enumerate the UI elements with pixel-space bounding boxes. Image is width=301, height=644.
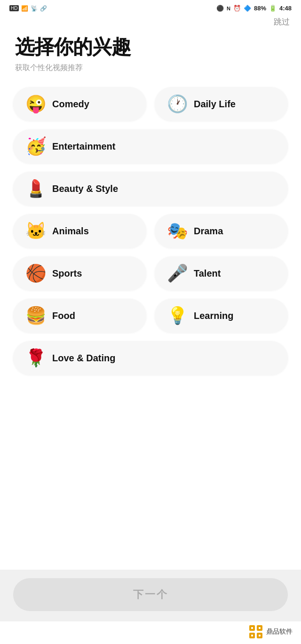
footer-brand: 鼎品软件 [0, 621, 301, 644]
category-comedy[interactable]: 😜 Comedy [13, 87, 146, 121]
animals-icon: 🐱 [25, 223, 47, 239]
talent-label: Talent [194, 268, 221, 279]
battery-percent: 88% [254, 5, 266, 12]
category-row-4: 🐱 Animals 🎭 Drama [13, 214, 288, 248]
drama-label: Drama [194, 226, 223, 237]
daily-life-icon: 🕐 [167, 95, 188, 112]
sports-label: Sports [52, 268, 82, 279]
category-entertainment[interactable]: 🥳 Entertainment [13, 129, 288, 163]
dot-icon: ⚫ [216, 5, 224, 12]
category-row-2: 🥳 Entertainment [13, 129, 288, 163]
categories-container: 😜 Comedy 🕐 Daily Life 🥳 Entertainment 💄 … [0, 76, 301, 570]
category-drama[interactable]: 🎭 Drama [155, 214, 288, 248]
category-sports[interactable]: 🏀 Sports [13, 256, 146, 290]
category-row-1: 😜 Comedy 🕐 Daily Life [13, 87, 288, 121]
svg-rect-6 [251, 635, 253, 636]
category-food[interactable]: 🍔 Food [13, 299, 146, 333]
header: 选择你的兴趣 获取个性化视频推荐 [0, 31, 301, 76]
status-left: HD 📶 📡 🔗 [9, 5, 47, 12]
category-row-6: 🍔 Food 💡 Learning [13, 299, 288, 333]
category-love-dating[interactable]: 🌹 Love & Dating [13, 341, 288, 375]
category-row-7: 🌹 Love & Dating [13, 341, 288, 375]
category-animals[interactable]: 🐱 Animals [13, 214, 146, 248]
category-daily-life[interactable]: 🕐 Daily Life [155, 87, 288, 121]
nfc-icon: N [227, 6, 230, 11]
wifi-icon: 📡 [31, 5, 38, 12]
food-label: Food [52, 310, 75, 321]
category-row-3: 💄 Beauty & Style [13, 172, 288, 206]
comedy-label: Comedy [52, 99, 89, 110]
category-row-5: 🏀 Sports 🎤 Talent [13, 256, 288, 290]
comedy-icon: 😜 [25, 95, 47, 112]
learning-label: Learning [194, 310, 233, 321]
skip-button[interactable]: 跳过 [274, 16, 290, 27]
brand-logo-icon [248, 624, 263, 639]
hd-badge: HD [9, 5, 19, 11]
category-beauty-style[interactable]: 💄 Beauty & Style [13, 172, 288, 206]
status-bar: HD 📶 📡 🔗 ⚫ N ⏰ 🔷 88% 🔋 4:48 [0, 0, 301, 15]
svg-rect-5 [259, 627, 261, 629]
skip-row: 跳过 [0, 15, 301, 31]
svg-rect-7 [259, 635, 261, 636]
bottom-bar: 下一个 [0, 570, 301, 621]
page-subtitle: 获取个性化视频推荐 [15, 63, 286, 73]
learning-icon: 💡 [167, 307, 188, 324]
entertainment-icon: 🥳 [25, 138, 47, 155]
love-dating-icon: 🌹 [25, 350, 47, 366]
animals-label: Animals [52, 226, 89, 237]
time: 4:48 [279, 5, 292, 12]
drama-icon: 🎭 [167, 223, 188, 239]
sports-icon: 🏀 [25, 265, 47, 282]
category-learning[interactable]: 💡 Learning [155, 299, 288, 333]
status-right: ⚫ N ⏰ 🔷 88% 🔋 4:48 [216, 5, 292, 12]
talent-icon: 🎤 [167, 265, 188, 282]
link-icon: 🔗 [40, 5, 47, 12]
beauty-style-icon: 💄 [25, 180, 47, 197]
next-button[interactable]: 下一个 [13, 578, 288, 611]
daily-life-label: Daily Life [194, 99, 236, 110]
page-title: 选择你的兴趣 [15, 36, 286, 58]
brand-name: 鼎品软件 [266, 628, 293, 636]
beauty-style-label: Beauty & Style [52, 183, 118, 194]
entertainment-label: Entertainment [52, 141, 115, 152]
love-dating-label: Love & Dating [52, 353, 115, 364]
signal-icon: 📶 [21, 5, 28, 12]
category-talent[interactable]: 🎤 Talent [155, 256, 288, 290]
svg-rect-4 [251, 627, 253, 629]
bluetooth-icon: 🔷 [244, 5, 251, 12]
battery-icon: 🔋 [269, 5, 277, 12]
food-icon: 🍔 [25, 307, 47, 324]
alarm-icon: ⏰ [233, 5, 241, 12]
